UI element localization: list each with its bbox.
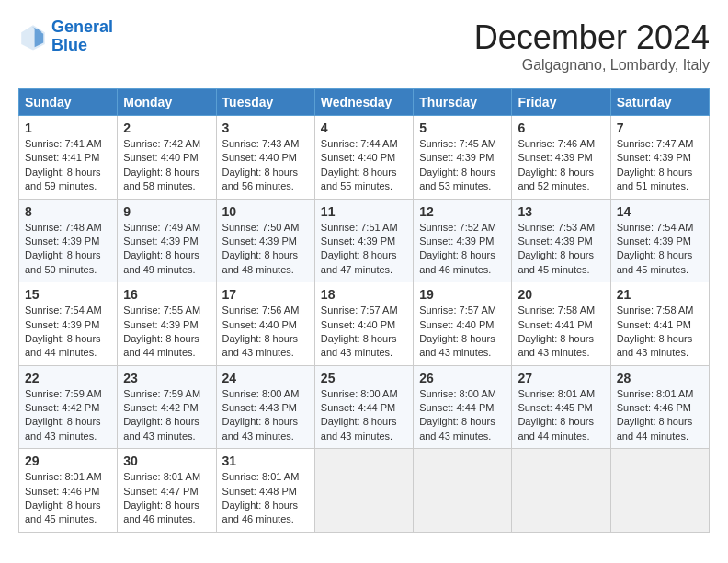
day-number: 28	[617, 371, 703, 385]
sunrise-text: Sunrise: 7:46 AM	[518, 138, 595, 149]
day-number: 30	[123, 454, 210, 468]
cell-content: Sunrise: 7:52 AMSunset: 4:39 PMDaylight:…	[419, 221, 506, 278]
sunset-text: Sunset: 4:41 PM	[25, 152, 99, 163]
sunrise-text: Sunrise: 7:57 AM	[321, 304, 398, 316]
cell-content: Sunrise: 7:58 AMSunset: 4:41 PMDaylight:…	[518, 304, 604, 361]
logo-icon	[18, 22, 48, 52]
daylight-text: Daylight: 8 hours and 55 minutes.	[321, 167, 397, 191]
daylight-text: Daylight: 8 hours and 43 minutes.	[222, 333, 299, 358]
calendar-cell: 12Sunrise: 7:52 AMSunset: 4:39 PMDayligh…	[414, 199, 512, 282]
sunrise-text: Sunrise: 7:54 AM	[617, 222, 694, 233]
sunrise-text: Sunrise: 7:43 AM	[222, 138, 300, 149]
sunrise-text: Sunrise: 8:00 AM	[419, 388, 496, 399]
day-number: 6	[518, 121, 604, 135]
sunrise-text: Sunrise: 7:48 AM	[25, 222, 102, 233]
daylight-text: Daylight: 8 hours and 43 minutes.	[25, 416, 101, 441]
sunset-text: Sunset: 4:40 PM	[321, 319, 395, 330]
day-number: 16	[123, 287, 210, 302]
daylight-text: Daylight: 8 hours and 44 minutes.	[25, 333, 101, 358]
header-tuesday: Tuesday	[216, 89, 314, 116]
calendar-cell: 21Sunrise: 7:58 AMSunset: 4:41 PMDayligh…	[610, 282, 709, 366]
calendar-cell: 9Sunrise: 7:49 AMSunset: 4:39 PMDaylight…	[118, 199, 216, 282]
header-monday: Monday	[118, 89, 216, 116]
cell-content: Sunrise: 7:47 AMSunset: 4:39 PMDaylight:…	[617, 137, 703, 194]
header-row: SundayMondayTuesdayWednesdayThursdayFrid…	[19, 89, 710, 116]
daylight-text: Daylight: 8 hours and 46 minutes.	[222, 500, 299, 524]
title-block: December 2024 Galgagnano, Lombardy, Ital…	[474, 18, 710, 74]
day-number: 2	[123, 121, 210, 135]
day-number: 31	[222, 454, 309, 468]
daylight-text: Daylight: 8 hours and 45 minutes.	[617, 249, 693, 274]
cell-content: Sunrise: 7:55 AMSunset: 4:39 PMDaylight:…	[123, 304, 210, 361]
calendar-cell: 3Sunrise: 7:43 AMSunset: 4:40 PMDaylight…	[216, 116, 314, 200]
sunset-text: Sunset: 4:44 PM	[419, 402, 494, 413]
sunset-text: Sunset: 4:39 PM	[518, 236, 592, 247]
cell-content: Sunrise: 7:57 AMSunset: 4:40 PMDaylight:…	[321, 304, 407, 361]
header-friday: Friday	[512, 89, 610, 116]
calendar-cell: 22Sunrise: 7:59 AMSunset: 4:42 PMDayligh…	[19, 365, 118, 449]
calendar-cell: 23Sunrise: 7:59 AMSunset: 4:42 PMDayligh…	[118, 365, 216, 449]
cell-content: Sunrise: 7:54 AMSunset: 4:39 PMDaylight:…	[617, 221, 703, 278]
calendar-cell: 11Sunrise: 7:51 AMSunset: 4:39 PMDayligh…	[314, 199, 413, 282]
sunrise-text: Sunrise: 7:58 AM	[518, 304, 595, 316]
cell-content: Sunrise: 8:01 AMSunset: 4:48 PMDaylight:…	[222, 470, 309, 527]
day-number: 7	[617, 121, 703, 135]
day-number: 14	[617, 204, 703, 219]
sunrise-text: Sunrise: 7:54 AM	[25, 304, 102, 316]
sunset-text: Sunset: 4:39 PM	[617, 152, 691, 163]
calendar-cell: 4Sunrise: 7:44 AMSunset: 4:40 PMDaylight…	[314, 116, 413, 200]
day-number: 1	[25, 121, 111, 135]
cell-content: Sunrise: 7:46 AMSunset: 4:39 PMDaylight:…	[518, 137, 604, 194]
logo-line1: General	[51, 17, 113, 36]
calendar-cell: 14Sunrise: 7:54 AMSunset: 4:39 PMDayligh…	[610, 199, 709, 282]
sunrise-text: Sunrise: 7:58 AM	[617, 304, 694, 316]
sunset-text: Sunset: 4:39 PM	[25, 319, 99, 330]
header-thursday: Thursday	[414, 89, 512, 116]
week-row-3: 15Sunrise: 7:54 AMSunset: 4:39 PMDayligh…	[19, 282, 710, 366]
cell-content: Sunrise: 7:59 AMSunset: 4:42 PMDaylight:…	[25, 387, 111, 444]
logo: General Blue	[18, 18, 113, 55]
calendar-cell: 26Sunrise: 8:00 AMSunset: 4:44 PMDayligh…	[414, 365, 512, 449]
cell-content: Sunrise: 7:48 AMSunset: 4:39 PMDaylight:…	[25, 221, 111, 278]
calendar-cell	[414, 449, 512, 533]
day-number: 5	[419, 121, 506, 135]
calendar-cell: 28Sunrise: 8:01 AMSunset: 4:46 PMDayligh…	[610, 365, 709, 449]
sunrise-text: Sunrise: 7:42 AM	[123, 138, 200, 149]
day-number: 3	[222, 121, 309, 135]
day-number: 12	[419, 204, 506, 219]
sunset-text: Sunset: 4:41 PM	[518, 319, 592, 330]
calendar-cell: 1Sunrise: 7:41 AMSunset: 4:41 PMDaylight…	[19, 116, 118, 200]
calendar-cell: 24Sunrise: 8:00 AMSunset: 4:43 PMDayligh…	[216, 365, 314, 449]
sunrise-text: Sunrise: 7:59 AM	[123, 388, 200, 399]
day-number: 4	[321, 121, 407, 135]
sunset-text: Sunset: 4:46 PM	[617, 402, 691, 413]
day-number: 11	[321, 204, 407, 219]
sunrise-text: Sunrise: 7:50 AM	[222, 222, 300, 233]
week-row-1: 1Sunrise: 7:41 AMSunset: 4:41 PMDaylight…	[19, 116, 710, 200]
cell-content: Sunrise: 7:58 AMSunset: 4:41 PMDaylight:…	[617, 304, 703, 361]
logo-line2: Blue	[51, 36, 87, 54]
daylight-text: Daylight: 8 hours and 52 minutes.	[518, 167, 594, 191]
daylight-text: Daylight: 8 hours and 43 minutes.	[222, 416, 299, 441]
sunset-text: Sunset: 4:40 PM	[419, 319, 494, 330]
header-sunday: Sunday	[19, 89, 118, 116]
day-number: 22	[25, 371, 111, 385]
sunrise-text: Sunrise: 7:49 AM	[123, 222, 200, 233]
day-number: 25	[321, 371, 407, 385]
daylight-text: Daylight: 8 hours and 44 minutes.	[123, 333, 199, 358]
calendar-cell: 10Sunrise: 7:50 AMSunset: 4:39 PMDayligh…	[216, 199, 314, 282]
daylight-text: Daylight: 8 hours and 51 minutes.	[617, 167, 693, 191]
sunrise-text: Sunrise: 8:01 AM	[123, 471, 200, 482]
cell-content: Sunrise: 7:59 AMSunset: 4:42 PMDaylight:…	[123, 387, 210, 444]
sunset-text: Sunset: 4:42 PM	[123, 402, 198, 413]
calendar-cell: 18Sunrise: 7:57 AMSunset: 4:40 PMDayligh…	[314, 282, 413, 366]
cell-content: Sunrise: 8:01 AMSunset: 4:47 PMDaylight:…	[123, 470, 210, 527]
calendar-cell	[512, 449, 610, 533]
daylight-text: Daylight: 8 hours and 59 minutes.	[25, 167, 101, 191]
day-number: 23	[123, 371, 210, 385]
sunrise-text: Sunrise: 8:01 AM	[25, 471, 102, 482]
header-wednesday: Wednesday	[314, 89, 413, 116]
sunrise-text: Sunrise: 8:01 AM	[222, 471, 300, 482]
week-row-5: 29Sunrise: 8:01 AMSunset: 4:46 PMDayligh…	[19, 449, 710, 533]
calendar-table: SundayMondayTuesdayWednesdayThursdayFrid…	[18, 88, 710, 533]
